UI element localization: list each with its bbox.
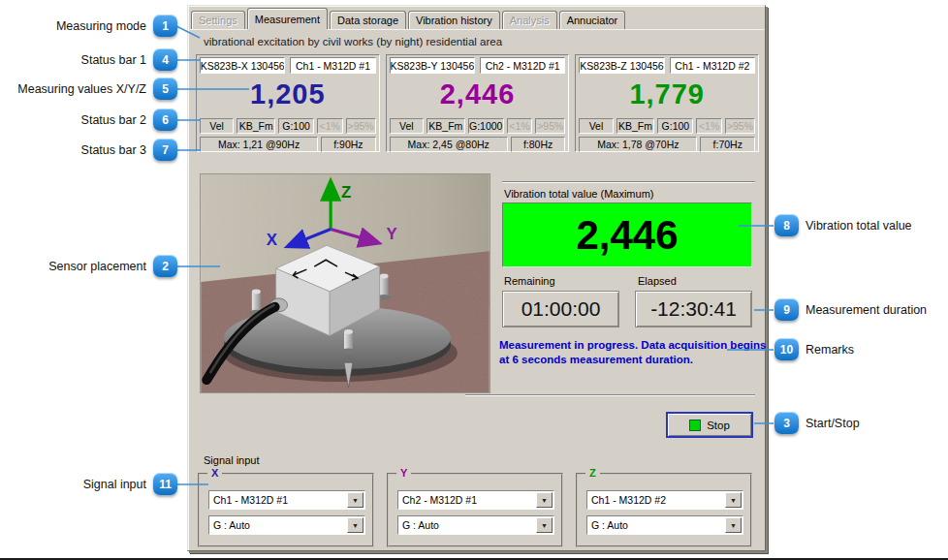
callout-badge[interactable]: 10	[774, 338, 799, 360]
callout-label: Measuring mode	[56, 19, 146, 33]
gain-cell: G:100	[657, 118, 693, 134]
callout-badge[interactable]: 8	[774, 214, 799, 236]
status-bar-2: Vel KB_Fm G:100 <1% >95%	[579, 118, 755, 134]
callout-label: Sensor placement	[48, 260, 146, 273]
status-bar-3: Max: 1,21 @90Hz f:90Hz	[200, 137, 376, 152]
callout-badge[interactable]: 5	[153, 78, 177, 100]
callout-status-bar-1: Status bar 1 4	[0, 48, 177, 71]
gain-select[interactable]: G : Auto ▼	[586, 515, 743, 535]
chevron-down-icon[interactable]: ▼	[536, 517, 553, 533]
channel-input-box: Ch1 - M312D #1	[290, 57, 375, 74]
gain-select[interactable]: G : Auto ▼	[397, 515, 554, 535]
signal-axis-label: Y	[396, 467, 411, 479]
callout-measuring-mode: Measuring mode 1	[0, 15, 177, 37]
callout-signal-input: Signal input 11	[0, 473, 177, 495]
gain-cell: G:1000	[468, 118, 504, 134]
sensor-id-box: KS823B-Y 130456	[390, 57, 475, 74]
callout-measurement-duration: 9 Measurement duration	[774, 298, 927, 321]
callout-label: Status bar 2	[81, 113, 146, 127]
callout-label: Measurement duration	[806, 303, 927, 317]
max-value-cell: Max: 1,78 @70Hz	[579, 137, 697, 152]
channel-select[interactable]: Ch1 - M312D #2 ▼	[586, 490, 743, 510]
chevron-down-icon[interactable]: ▼	[536, 492, 553, 508]
chevron-down-icon[interactable]: ▼	[347, 492, 363, 508]
callout-badge[interactable]: 1	[153, 15, 177, 37]
callout-label: Remarks	[806, 343, 854, 357]
frequency-cell: f:90Hz	[321, 137, 376, 152]
channel-panel-z: KS823B-Z 130456 Ch1 - M312D #2 1,779 Vel…	[575, 54, 759, 152]
app-window: Settings Measurement Data storage Vibrat…	[187, 5, 766, 551]
chevron-down-icon[interactable]: ▼	[725, 517, 742, 533]
callout-start-stop: 3 Start/Stop	[774, 412, 860, 434]
signal-input-group-y: Y Ch2 - M312D #1 ▼ G : Auto ▼	[387, 473, 563, 547]
stop-indicator-square	[689, 420, 701, 431]
gain-select[interactable]: G : Auto ▼	[208, 515, 365, 535]
overload-cell: >95%	[725, 118, 755, 134]
tab-strip-baseline	[188, 29, 765, 30]
combo-value: Ch1 - M312D #2	[587, 494, 725, 506]
status-bar-2: Vel KB_Fm G:100 <1% >95%	[200, 118, 376, 134]
stop-button[interactable]: Stop	[666, 412, 753, 438]
chevron-down-icon[interactable]: ▼	[725, 492, 742, 508]
quantity-cell: Vel	[200, 118, 234, 134]
channel-select[interactable]: Ch2 - M312D #1 ▼	[397, 490, 554, 510]
quantity-cell: Vel	[390, 118, 424, 134]
measuring-value: 2,446	[387, 74, 569, 115]
callout-badge[interactable]: 2	[153, 255, 177, 277]
overload-cell: >95%	[346, 118, 376, 134]
signal-input-group-z: Z Ch1 - M312D #2 ▼ G : Auto ▼	[576, 473, 752, 547]
callout-badge[interactable]: 9	[774, 298, 799, 321]
tab-analysis[interactable]: Analysis	[502, 11, 557, 29]
elapsed-label: Elapsed	[638, 275, 677, 287]
frequency-cell: f:80Hz	[511, 137, 566, 152]
vibration-total-label: Vibration total value (Maximum)	[504, 188, 653, 200]
channel-select[interactable]: Ch1 - M312D #1 ▼	[208, 490, 365, 510]
signal-axis-label: X	[207, 467, 222, 479]
underload-cell: <1%	[507, 118, 533, 134]
tab-data-storage[interactable]: Data storage	[330, 11, 406, 29]
tab-vibration-history[interactable]: Vibration history	[408, 11, 500, 29]
elapsed-time-display: -12:30:41	[635, 291, 752, 327]
chevron-down-icon[interactable]: ▼	[347, 517, 363, 533]
frequency-cell: f:70Hz	[700, 137, 755, 152]
tab-measurement[interactable]: Measurement	[247, 8, 328, 29]
group-divider-top	[502, 181, 755, 182]
underload-cell: <1%	[317, 118, 343, 134]
callout-badge[interactable]: 7	[153, 139, 177, 161]
callout-badge[interactable]: 3	[774, 412, 799, 434]
overload-cell: >95%	[535, 118, 565, 134]
axis-label-z: Z	[341, 183, 351, 202]
callout-label: Measuring values X/Y/Z	[17, 82, 146, 96]
stop-button-label: Stop	[707, 420, 730, 431]
weighting-cell: KB_Fm	[616, 118, 655, 134]
remaining-label: Remaining	[504, 275, 555, 287]
callout-label: Vibration total value	[806, 219, 912, 233]
max-value-cell: Max: 1,21 @90Hz	[200, 137, 318, 152]
axis-label-y: Y	[387, 225, 397, 243]
remarks-text: Measurement in progress. Data acquisitio…	[499, 338, 769, 366]
tab-settings[interactable]: Settings	[191, 11, 245, 29]
callout-remarks: 10 Remarks	[774, 338, 854, 360]
signal-input-label: Signal input	[204, 454, 260, 466]
weighting-cell: KB_Fm	[427, 118, 465, 134]
gain-cell: G:100	[278, 118, 314, 134]
max-value-cell: Max: 2,45 @80Hz	[390, 137, 508, 152]
callout-badge[interactable]: 4	[153, 48, 177, 71]
callout-badge[interactable]: 6	[153, 109, 177, 131]
tab-annuciator[interactable]: Annuciator	[559, 11, 626, 29]
documentation-page: Measuring mode 1 Status bar 1 4 Measurin…	[0, 0, 948, 560]
measuring-value: 1,205	[197, 74, 379, 115]
callout-badge[interactable]: 11	[153, 473, 177, 495]
signal-axis-label: Z	[585, 467, 600, 479]
underload-cell: <1%	[696, 118, 722, 134]
callout-sensor-placement: Sensor placement 2	[0, 255, 177, 277]
status-bar-3: Max: 1,78 @70Hz f:70Hz	[579, 137, 755, 152]
sensor-placement-image: Z X Y	[200, 173, 490, 393]
weighting-cell: KB_Fm	[237, 118, 275, 134]
remaining-time-display: 01:00:00	[502, 291, 619, 327]
measuring-mode-text: vibrational excitation by civil works (b…	[204, 36, 502, 47]
channel-panels: KS823B-X 130456 Ch1 - M312D #1 1,205 Vel…	[196, 54, 759, 152]
callout-label: Start/Stop	[806, 417, 860, 430]
channel-input-box: Ch1 - M312D #2	[670, 57, 755, 74]
tab-bar: Settings Measurement Data storage Vibrat…	[191, 8, 627, 29]
